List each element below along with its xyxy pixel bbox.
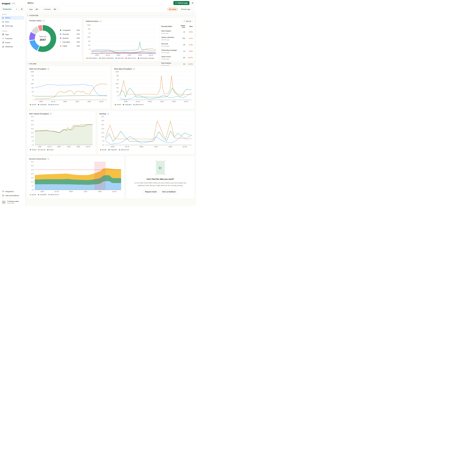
legend-label: Web Analytics: [88, 57, 98, 59]
table-row[interactable]: Deploy notification10 mins ago: [161, 36, 177, 41]
legend-item: Deploy notifications: [99, 57, 114, 59]
feedback-icon-box: [156, 161, 165, 175]
svg-text:30 K: 30 K: [101, 120, 104, 121]
help-icon[interactable]: ?: [47, 68, 49, 70]
command-k-shortcut[interactable]: ⌘ K: [11, 2, 16, 5]
feedback-body: Let our team know which charts are most …: [131, 182, 190, 187]
table-row[interactable]: Web Analytics5 mins ago: [161, 30, 177, 34]
svg-text:Jun 19: Jun 19: [47, 146, 52, 147]
sidebar-item-help-and-feedback[interactable]: Help and feedback: [1, 194, 24, 198]
table-row[interactable]: Stripe invoice25 mins ago: [161, 55, 177, 60]
failed-runs-value: 40: [178, 44, 185, 46]
feedback-title: Can’t find the data you need?: [146, 178, 174, 180]
legend-dot: [30, 149, 31, 150]
svg-text:10M: 10M: [88, 28, 90, 30]
function-status-card: Function status ? Total runs 2047 Co: [27, 18, 82, 61]
account-concurrency-chart[interactable]: 35 K30 K25 K20 K15 K10 K5 K0 K18:00Jun 1…: [29, 161, 122, 193]
overview-section-label: OVERVIEW: [30, 15, 38, 16]
sidebar-item-label: Runs: [5, 21, 9, 23]
view-all-button[interactable]: ↗ View all: [182, 20, 193, 23]
help-icon[interactable]: ?: [43, 20, 45, 22]
account-names: Company name User name: [7, 200, 19, 204]
list-icon: [2, 21, 4, 23]
settings-button[interactable]: ⚙: [190, 1, 195, 5]
svg-text:06:00: 06:00: [69, 191, 73, 192]
sidebar-item-runs[interactable]: Runs: [1, 20, 24, 24]
svg-text:10K: 10K: [88, 41, 90, 42]
svg-text:06:00: 06:00: [63, 101, 67, 102]
svg-text:100K: 100K: [87, 37, 91, 38]
backlog-chart[interactable]: 35 K30 K25 K20 K15 K10 K5 K0 K18:00Jun 1…: [99, 115, 193, 148]
sidebar-item-apps[interactable]: Apps: [1, 33, 24, 36]
table-row[interactable]: Onboarding campaign22 mins ago: [161, 49, 177, 54]
feedback-buttons: Request charts Give us feedback: [143, 190, 178, 194]
svg-text:30 K: 30 K: [31, 120, 34, 121]
give-feedback-button[interactable]: Give us feedback: [160, 190, 178, 194]
failed-functions-chart[interactable]: 100M10M1M100K10K10010118:00Jun 1906:0012…: [86, 24, 157, 57]
legend-dot: [60, 42, 61, 43]
function-status-donut[interactable]: Total runs 2047: [29, 25, 56, 52]
total-steps-chart[interactable]: 100M10M1M100K10K10010118:00Jun 1906:0012…: [114, 70, 193, 103]
help-icon[interactable]: ?: [107, 113, 109, 115]
request-charts-button[interactable]: Request charts: [143, 190, 159, 194]
svg-text:10: 10: [32, 95, 34, 96]
sdk-request-chart[interactable]: 35 K30 K25 K20 K15 K10 K5 K0 K18:00Jun 1…: [29, 115, 94, 148]
sidebar-item-webhooks[interactable]: Webhooks: [1, 45, 24, 49]
help-icon[interactable]: ?: [99, 20, 102, 22]
events-windows-icon: [2, 42, 4, 44]
functions-filter-dropdown[interactable]: All: [53, 7, 59, 11]
legend-item: Onboarding campaign: [138, 57, 154, 59]
donut-center: Total runs 2047: [35, 30, 51, 46]
sidebar-item-integrations[interactable]: Integrations: [1, 190, 24, 193]
help-icon[interactable]: ?: [133, 68, 135, 70]
svg-text:10 K: 10 K: [101, 136, 104, 138]
legend-dot: [119, 149, 120, 150]
table-header: Recently failed: [161, 26, 177, 27]
volume-row-3: Account concurrency ? 35 K30 K25 K20 K15…: [27, 156, 195, 199]
sidebar-item-label: Help and feedback: [5, 195, 19, 197]
environment-filter-button[interactable]: [20, 7, 24, 11]
overview-section-header[interactable]: ▼ OVERVIEW: [27, 15, 194, 16]
legend-label: Stripe invoice: [128, 57, 136, 59]
legend-label: github-pr-bot: [135, 104, 144, 105]
sidebar: inngest ⌘ K Production Monitor Metrics R…: [0, 0, 25, 206]
total-runs-chart[interactable]: 100M10M1M100K10K10010118:00Jun 1906:0012…: [29, 70, 108, 103]
svg-text:1M: 1M: [32, 79, 34, 81]
table-row[interactable]: New lead20 mins ago: [161, 43, 177, 47]
svg-text:18:00: 18:00: [38, 146, 41, 147]
svg-text:100: 100: [88, 45, 90, 46]
legend-label: Ended: [49, 149, 53, 151]
plug-icon: [2, 190, 4, 192]
refresh-page-button[interactable]: Refresh page: [174, 1, 189, 5]
legend-dot: [133, 104, 135, 105]
sidebar-item-events[interactable]: Events: [1, 41, 24, 44]
legend-item: github-pr-bot: [133, 104, 144, 105]
failed-runs-value: 50: [178, 63, 185, 65]
apps-filter-dropdown[interactable]: All: [34, 7, 41, 11]
svg-text:1: 1: [33, 99, 34, 101]
svg-text:25 K: 25 K: [31, 124, 34, 125]
function-status-legend: Completed24% Running47% Queued15% Cancel…: [60, 29, 80, 47]
svg-text:06:00: 06:00: [57, 146, 61, 147]
webhook-icon: [2, 46, 4, 48]
environment-selector[interactable]: Production: [2, 7, 19, 11]
total-steps-title: Total steps throughput: [114, 68, 132, 70]
total-runs-title: Total runs throughput: [29, 68, 46, 70]
failed-functions-legend: Web AnalyticsDeploy notificationsNew lea…: [86, 57, 158, 59]
svg-text:12:00: 12:00: [67, 146, 70, 147]
backlog-title: Backlog: [99, 113, 106, 115]
sidebar-item-functions[interactable]: Functions: [1, 37, 24, 40]
svg-text:0 K: 0 K: [32, 144, 34, 146]
apps-grid-icon: [2, 33, 4, 36]
failure-rate-value: 0.5%: [186, 31, 193, 33]
legend-dot: [48, 194, 50, 195]
sidebar-item-event-logs[interactable]: Event logs: [1, 24, 24, 28]
account-menu[interactable]: CN Company name User name: [0, 198, 25, 206]
time-range-dropdown[interactable]: 24 hours ago: [179, 7, 194, 11]
help-icon[interactable]: ?: [50, 113, 52, 115]
svg-text:12:00: 12:00: [160, 101, 164, 102]
help-icon[interactable]: ?: [47, 158, 49, 160]
sidebar-item-metrics[interactable]: Metrics: [1, 16, 24, 20]
svg-text:Jun 19: Jun 19: [136, 101, 140, 102]
svg-text:18:00: 18:00: [111, 146, 114, 147]
